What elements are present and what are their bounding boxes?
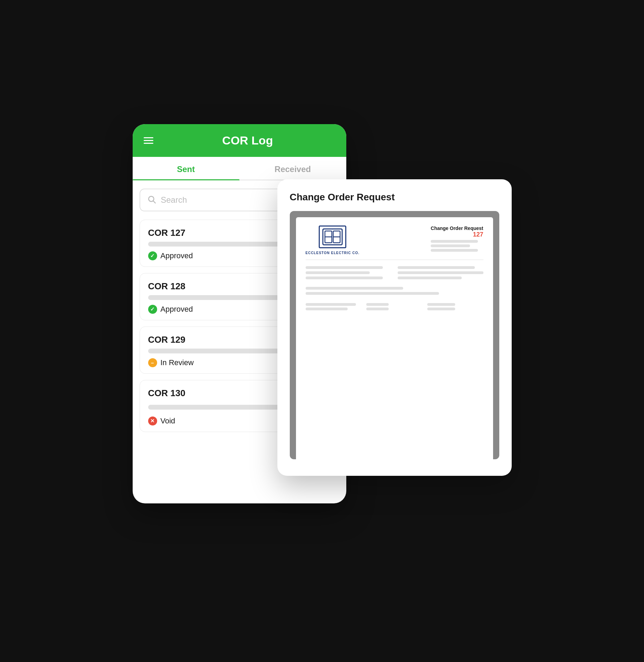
- footer-bar-3: [366, 303, 389, 306]
- header-field-bar-3: [431, 249, 478, 252]
- single-bar-1: [306, 287, 403, 290]
- doc-header-row: ECCLESTON ELECTRIC CO. Change Order Requ…: [306, 225, 483, 260]
- doc-header-fields: [431, 240, 483, 252]
- hamburger-menu-button[interactable]: [144, 137, 153, 144]
- doc-footer-col-1: [306, 303, 362, 310]
- status-label-129: In Review: [161, 358, 194, 367]
- doc-single-bars: [306, 287, 483, 295]
- doc-logo-area: ECCLESTON ELECTRIC CO.: [306, 225, 360, 255]
- svg-line-1: [153, 201, 155, 203]
- in-review-icon-129: −: [148, 358, 157, 367]
- header-field-bar-2: [431, 244, 470, 247]
- single-bar-2: [306, 292, 439, 295]
- doc-footer-col-3: [427, 303, 483, 310]
- app-header: COR Log: [133, 124, 346, 157]
- app-title: COR Log: [160, 134, 335, 147]
- body-bar-6: [398, 277, 462, 279]
- approved-icon-127: ✓: [148, 251, 157, 260]
- tab-sent[interactable]: Sent: [133, 157, 239, 180]
- status-label-128: Approved: [161, 305, 193, 314]
- body-bar-5: [398, 271, 483, 274]
- void-icon-130: ✕: [148, 417, 157, 425]
- doc-cor-label: Change Order Request: [431, 225, 483, 231]
- header-field-bar-1: [431, 240, 478, 243]
- doc-body: [306, 266, 483, 310]
- body-bar-3: [306, 277, 383, 279]
- status-label-127: Approved: [161, 251, 193, 260]
- doc-col-left-1: [306, 266, 391, 279]
- doc-2col-section-1: [306, 266, 483, 279]
- footer-bar-4: [366, 308, 389, 310]
- tabs-row: Sent Received: [133, 157, 346, 180]
- doc-header-right: Change Order Request 127: [431, 225, 483, 252]
- document-preview-wrapper: ECCLESTON ELECTRIC CO. Change Order Requ…: [290, 211, 499, 459]
- search-icon: [147, 195, 156, 205]
- status-label-130: Void: [161, 417, 175, 425]
- ec-company-name: ECCLESTON ELECTRIC CO.: [306, 251, 360, 255]
- body-bar-1: [306, 266, 383, 269]
- document-panel: Change Order Request: [277, 179, 512, 476]
- tab-received[interactable]: Received: [239, 157, 346, 180]
- doc-footer-col-2: [366, 303, 422, 310]
- doc-footer-row: [306, 303, 483, 310]
- footer-bar-2: [306, 308, 348, 310]
- document-title: Change Order Request: [290, 192, 499, 203]
- doc-cor-number: 127: [431, 231, 483, 239]
- document-paper: ECCLESTON ELECTRIC CO. Change Order Requ…: [296, 217, 493, 459]
- ec-logo: [319, 225, 346, 248]
- doc-col-right-1: [398, 266, 483, 279]
- approved-icon-128: ✓: [148, 305, 157, 314]
- body-bar-4: [398, 266, 475, 269]
- cor130-desc-bar: [148, 405, 285, 410]
- footer-bar-5: [427, 303, 455, 306]
- search-placeholder: Search: [161, 195, 187, 205]
- footer-bar-6: [427, 308, 455, 310]
- body-bar-2: [306, 271, 370, 274]
- footer-bar-1: [306, 303, 356, 306]
